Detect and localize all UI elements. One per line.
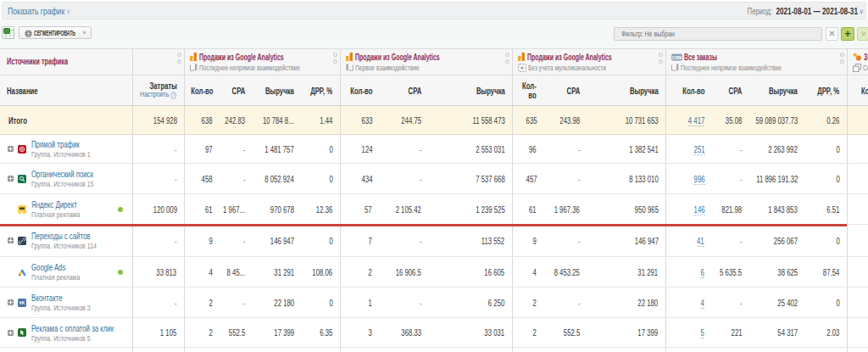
- svg-text:CRM: CRM: [671, 54, 681, 59]
- svg-text:VK: VK: [19, 300, 25, 305]
